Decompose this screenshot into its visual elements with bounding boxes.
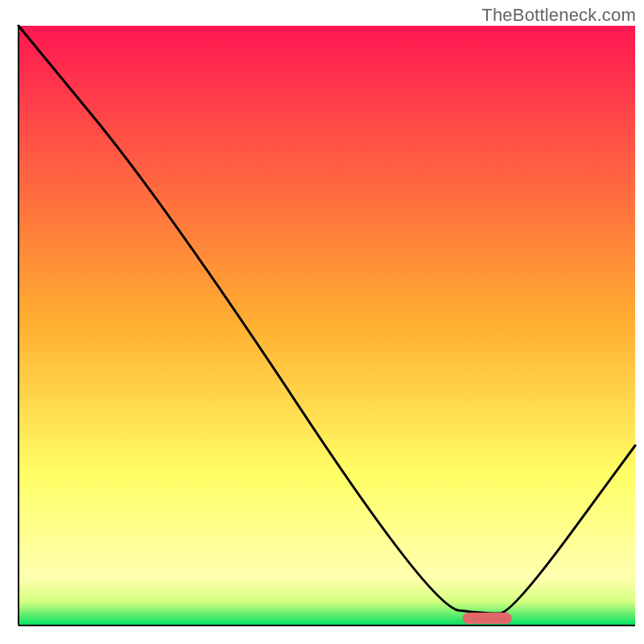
watermark-text: TheBottleneck.com: [481, 5, 636, 26]
bottleneck-chart: [0, 0, 644, 644]
plot-gradient: [19, 26, 635, 625]
marker-sweet-spot: [463, 613, 512, 624]
